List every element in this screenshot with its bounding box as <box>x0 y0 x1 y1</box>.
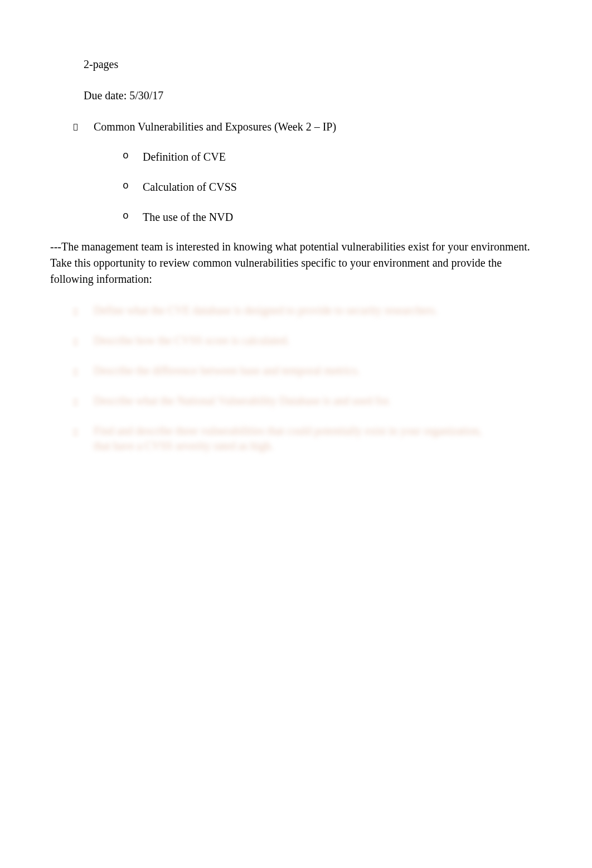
blurred-item: Describe how the CVSS score is calculate… <box>74 333 542 350</box>
pages-count: 2-pages <box>84 56 542 73</box>
blurred-item: Define what the CVE database is designed… <box>74 303 542 320</box>
blurred-item: Describe the difference between base and… <box>74 363 542 380</box>
sub-bullet-text: The use of the NVD <box>143 209 233 225</box>
sub-bullet-text: Calculation of CVSS <box>143 179 237 195</box>
blurred-list: Define what the CVE database is designed… <box>74 303 542 454</box>
blurred-text: Describe how the CVSS score is calculate… <box>94 333 290 348</box>
hollow-box-bullet-icon <box>74 423 94 440</box>
hollow-box-bullet-icon <box>74 393 94 410</box>
hollow-box-bullet-icon <box>74 333 94 350</box>
letter-o-bullet-icon: o <box>123 209 143 224</box>
blurred-line2: that have a CVSS severity rated as high. <box>94 438 482 454</box>
sub-bullet-row: o Calculation of CVSS <box>123 179 542 195</box>
blurred-text: Describe the difference between base and… <box>94 363 360 378</box>
hollow-box-bullet-icon <box>74 303 94 320</box>
instruction-paragraph: ---The management team is interested in … <box>50 239 542 287</box>
letter-o-bullet-icon: o <box>123 179 143 194</box>
hollow-box-bullet-icon <box>74 118 94 135</box>
blurred-item: Find and describe three vulnerabilities … <box>74 423 542 454</box>
blurred-text: Find and describe three vulnerabilities … <box>94 423 482 454</box>
letter-o-bullet-icon: o <box>123 148 143 163</box>
sub-bullet-row: o The use of the NVD <box>123 209 542 225</box>
blurred-text: Define what the CVE database is designed… <box>94 303 437 318</box>
due-date: Due date: 5/30/17 <box>84 87 542 104</box>
sub-bullet-row: o Definition of CVE <box>123 148 542 165</box>
blurred-line1: Find and describe three vulnerabilities … <box>94 425 482 437</box>
sub-bullet-text: Definition of CVE <box>143 148 226 165</box>
blurred-text: Describe what the National Vulnerability… <box>94 393 391 408</box>
main-bullet-row: Common Vulnerabilities and Exposures (We… <box>74 118 542 135</box>
blurred-item: Describe what the National Vulnerability… <box>74 393 542 410</box>
hollow-box-bullet-icon <box>74 363 94 380</box>
main-bullet-text: Common Vulnerabilities and Exposures (We… <box>94 118 336 135</box>
